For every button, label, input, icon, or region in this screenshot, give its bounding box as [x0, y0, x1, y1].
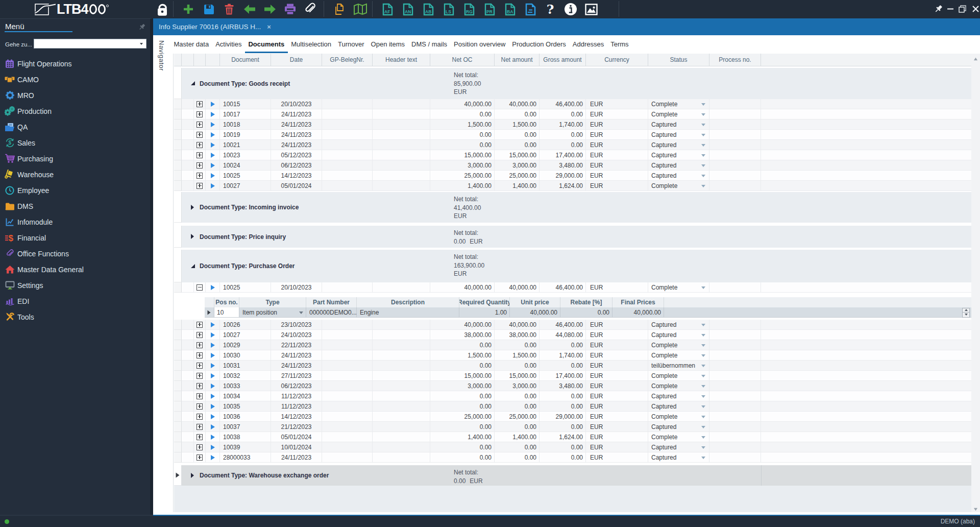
expand-detail-icon[interactable] — [197, 373, 203, 379]
open-document-icon[interactable] — [211, 112, 215, 117]
open-document-icon[interactable] — [211, 343, 215, 348]
tab-activities[interactable]: Activities — [212, 36, 245, 53]
spinner[interactable] — [962, 308, 970, 318]
sidebar-item-purchasing[interactable]: Purchasing — [0, 151, 153, 166]
open-document-icon[interactable] — [211, 353, 215, 358]
status-dropdown[interactable]: Captured — [648, 171, 709, 181]
column-header-status[interactable]: Status — [648, 54, 709, 66]
expand-detail-icon[interactable] — [197, 173, 203, 179]
detail-column-header-type[interactable]: Type — [239, 297, 306, 307]
tab-position-overview[interactable]: Position overview — [451, 36, 509, 53]
column-header-netoc[interactable]: Net OC — [430, 54, 495, 66]
goto-input[interactable] — [34, 39, 146, 49]
copy-documents-icon[interactable] — [332, 2, 347, 17]
open-document-icon[interactable] — [211, 404, 215, 409]
expand-detail-icon[interactable] — [197, 342, 203, 348]
tab-dms-mails[interactable]: DMS / mails — [408, 36, 451, 53]
open-document-icon[interactable] — [211, 102, 215, 107]
status-dropdown[interactable]: Captured — [648, 160, 709, 171]
status-dropdown[interactable]: Captured — [648, 422, 709, 432]
expand-detail-icon[interactable] — [197, 332, 203, 338]
tab-terms[interactable]: Terms — [607, 36, 632, 53]
open-document-icon[interactable] — [211, 122, 215, 127]
table-row[interactable]: 2800003324/11/20230.000.000.00EURCapture… — [174, 452, 972, 463]
table-row[interactable]: 1002705/01/20241,400.001,400.001,624.00E… — [174, 181, 972, 191]
tab-production-orders[interactable]: Production Orders — [509, 36, 570, 53]
detail-column-header-desc[interactable]: Description — [357, 297, 459, 307]
status-dropdown[interactable]: Captured — [648, 140, 709, 150]
table-row[interactable]: 1002922/11/20230.000.000.00EURComplete — [174, 340, 972, 350]
document-tab[interactable]: Info Supplier 70016 (AIRBUS H... × — [153, 18, 277, 35]
restore-button[interactable] — [957, 3, 968, 14]
expand-detail-icon[interactable] — [197, 142, 203, 148]
open-document-icon[interactable] — [211, 455, 215, 460]
open-document-icon[interactable] — [211, 414, 215, 419]
scroll-up-icon[interactable] — [973, 57, 978, 61]
sidebar-item-tools[interactable]: Tools — [0, 309, 153, 325]
group-row[interactable]: Document Type: Purchase OrderNet total:1… — [174, 250, 972, 282]
open-document-icon[interactable] — [211, 132, 215, 137]
group-expand-icon[interactable] — [191, 204, 197, 210]
sidebar-pin-icon[interactable] — [138, 23, 146, 31]
status-dropdown[interactable]: Captured — [648, 442, 709, 452]
expand-detail-icon[interactable] — [197, 101, 203, 107]
sidebar-item-settings[interactable]: Settings — [0, 277, 153, 293]
table-row[interactable]: 1003721/12/20230.000.000.00EURCaptured — [174, 422, 972, 432]
doc-ab-button[interactable]: AB — [421, 2, 436, 17]
expand-detail-icon[interactable] — [197, 434, 203, 440]
detail-type-dropdown[interactable]: Item position — [239, 307, 306, 317]
back-button[interactable] — [242, 2, 257, 17]
table-row[interactable]: 1003306/12/20233,000.003,000.003,480.00E… — [174, 381, 972, 391]
sidebar-item-warehouse[interactable]: Warehouse — [0, 166, 153, 182]
scroll-down-icon[interactable] — [973, 507, 978, 512]
table-row[interactable]: 1002520/10/202340,000.0040,000.0046,400.… — [174, 282, 972, 293]
navigator-panel[interactable]: Navigator — [153, 35, 174, 515]
table-row[interactable]: 1001724/11/20230.000.000.00EURComplete — [174, 109, 972, 119]
blue-document-icon[interactable] — [523, 2, 538, 17]
status-dropdown[interactable]: Captured — [648, 150, 709, 160]
attachment-icon[interactable] — [302, 2, 317, 17]
group-row[interactable]: Document Type: Warehouse exchange orderN… — [174, 465, 972, 486]
image-icon[interactable] — [583, 2, 599, 17]
sidebar-item-infomodule[interactable]: Infomodule — [0, 214, 153, 230]
column-header-headertext[interactable]: Header text — [373, 54, 430, 66]
detail-column-header-pos[interactable]: Pos no. — [214, 297, 239, 307]
vertical-scrollbar[interactable] — [971, 54, 980, 512]
minimize-button[interactable] — [945, 3, 956, 14]
detail-row[interactable]: 10Item position000000DEMO0...Engine1.004… — [205, 307, 972, 318]
open-document-icon[interactable] — [211, 285, 215, 290]
tab-documents[interactable]: Documents — [245, 36, 288, 53]
group-row[interactable]: Document Type: Goods receiptNet total:85… — [174, 68, 972, 99]
table-row[interactable]: 1003227/11/202315,000.0015,000.0017,400.… — [174, 371, 972, 381]
tab-master-data[interactable]: Master data — [170, 36, 212, 53]
column-header-gross[interactable]: Gross amount — [540, 54, 586, 66]
expand-detail-icon[interactable] — [197, 424, 203, 430]
spin-up-button[interactable] — [962, 308, 970, 313]
open-document-icon[interactable] — [211, 373, 215, 378]
table-row[interactable]: 1001824/11/20231,500.001,500.001,740.00E… — [174, 119, 972, 130]
doc-ba-button[interactable]: BA — [502, 2, 518, 17]
open-document-icon[interactable] — [211, 322, 215, 327]
doc-af-button[interactable]: AF — [380, 2, 395, 17]
sidebar-item-office-functions[interactable]: Office Functions — [0, 246, 153, 261]
status-dropdown[interactable]: Complete — [648, 99, 709, 109]
status-dropdown[interactable]: Complete — [648, 371, 709, 381]
doc-ls-button[interactable]: LS — [441, 2, 456, 17]
sidebar-item-dms[interactable]: DMS — [0, 198, 153, 214]
lock-icon[interactable] — [155, 2, 170, 17]
sidebar-item-flight-operations[interactable]: Flight Operations — [0, 56, 153, 71]
expand-detail-icon[interactable] — [197, 403, 203, 410]
status-dropdown[interactable]: Captured — [648, 320, 709, 330]
table-row[interactable]: 1002623/10/202340,000.0040,000.0046,400.… — [174, 320, 972, 330]
expand-detail-icon[interactable] — [197, 132, 203, 138]
open-document-icon[interactable] — [211, 424, 215, 429]
sidebar-item-production[interactable]: Production — [0, 103, 153, 119]
group-collapse-icon[interactable] — [191, 263, 197, 269]
expand-detail-icon[interactable] — [197, 322, 203, 328]
column-header-process[interactable]: Process no. — [709, 54, 761, 66]
delete-button[interactable] — [222, 2, 237, 17]
status-dropdown[interactable]: Complete — [648, 412, 709, 422]
table-row[interactable]: 1003411/12/20230.000.000.00EURCaptured — [174, 391, 972, 401]
open-document-icon[interactable] — [211, 445, 215, 450]
expand-detail-icon[interactable] — [197, 383, 203, 389]
